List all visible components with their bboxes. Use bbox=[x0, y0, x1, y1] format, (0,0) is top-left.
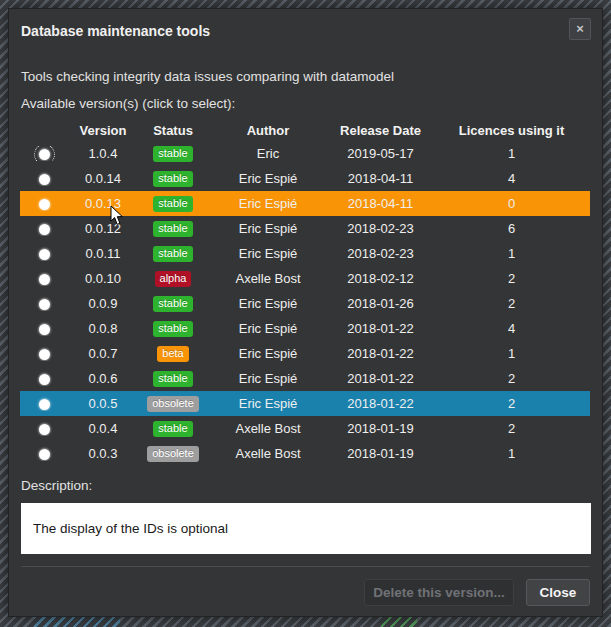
status-badge: stable bbox=[153, 371, 192, 387]
versions-label: Available version(s) (click to select): bbox=[21, 96, 235, 111]
version-cell: 0.0.10 bbox=[68, 271, 138, 286]
header-licences: Licences using it bbox=[433, 123, 590, 138]
licences-cell: 2 bbox=[433, 371, 590, 386]
licences-cell: 4 bbox=[433, 321, 590, 336]
table-row[interactable]: 0.0.14 stable Eric Espié 2018-04-11 4 bbox=[20, 166, 590, 191]
table-row[interactable]: 0.0.10 alpha Axelle Bost 2018-02-12 2 bbox=[20, 266, 590, 291]
release-date-cell: 2018-02-12 bbox=[328, 271, 433, 286]
header-version: Version bbox=[68, 123, 138, 138]
version-radio[interactable] bbox=[39, 324, 50, 335]
licences-cell: 4 bbox=[433, 171, 590, 186]
description-label: Description: bbox=[21, 478, 92, 493]
version-cell: 0.0.9 bbox=[68, 296, 138, 311]
version-radio[interactable] bbox=[39, 349, 50, 360]
footer-divider bbox=[21, 566, 590, 567]
status-badge: stable bbox=[153, 196, 192, 212]
version-radio[interactable] bbox=[39, 449, 50, 460]
release-date-cell: 2018-01-22 bbox=[328, 321, 433, 336]
licences-cell: 1 bbox=[433, 346, 590, 361]
release-date-cell: 2018-01-22 bbox=[328, 346, 433, 361]
header-status: Status bbox=[138, 123, 208, 138]
status-badge: stable bbox=[153, 296, 192, 312]
version-radio[interactable] bbox=[39, 399, 50, 410]
version-radio[interactable] bbox=[39, 299, 50, 310]
author-cell: Eric Espié bbox=[208, 246, 328, 261]
version-cell: 0.0.11 bbox=[68, 246, 138, 261]
table-row[interactable]: 0.0.11 stable Eric Espié 2018-02-23 1 bbox=[20, 241, 590, 266]
release-date-cell: 2018-04-11 bbox=[328, 196, 433, 211]
status-badge: stable bbox=[153, 421, 192, 437]
table-row[interactable]: 0.0.7 beta Eric Espié 2018-01-22 1 bbox=[20, 341, 590, 366]
status-badge: obsolete bbox=[147, 446, 199, 462]
table-row[interactable]: 0.0.8 stable Eric Espié 2018-01-22 4 bbox=[20, 316, 590, 341]
version-radio[interactable] bbox=[39, 424, 50, 435]
version-cell: 0.0.4 bbox=[68, 421, 138, 436]
status-badge: stable bbox=[153, 171, 192, 187]
release-date-cell: 2018-01-26 bbox=[328, 296, 433, 311]
table-row[interactable]: 0.0.13 stable Eric Espié 2018-04-11 0 bbox=[20, 191, 590, 216]
release-date-cell: 2018-01-22 bbox=[328, 396, 433, 411]
version-cell: 0.0.12 bbox=[68, 221, 138, 236]
release-date-cell: 2018-01-19 bbox=[328, 446, 433, 461]
close-button[interactable]: Close bbox=[526, 579, 590, 606]
licences-cell: 2 bbox=[433, 396, 590, 411]
table-header-row: Version Status Author Release Date Licen… bbox=[20, 119, 590, 141]
version-cell: 1.0.4 bbox=[68, 146, 138, 161]
version-radio[interactable] bbox=[39, 274, 50, 285]
version-cell: 0.0.7 bbox=[68, 346, 138, 361]
author-cell: Eric Espié bbox=[208, 321, 328, 336]
table-row[interactable]: 0.0.5 obsolete Eric Espié 2018-01-22 2 bbox=[20, 391, 590, 416]
author-cell: Axelle Bost bbox=[208, 446, 328, 461]
table-row[interactable]: 0.0.9 stable Eric Espié 2018-01-26 2 bbox=[20, 291, 590, 316]
intro-text: Tools checking integrity data issues com… bbox=[21, 69, 394, 84]
status-badge: obsolete bbox=[147, 396, 199, 412]
licences-cell: 6 bbox=[433, 221, 590, 236]
version-table: Version Status Author Release Date Licen… bbox=[20, 119, 590, 466]
version-table-body: 1.0.4 stable Eric 2019-05-17 1 0.0.14 st… bbox=[20, 141, 590, 466]
table-row[interactable]: 0.0.4 stable Axelle Bost 2018-01-19 2 bbox=[20, 416, 590, 441]
author-cell: Eric bbox=[208, 146, 328, 161]
licences-cell: 1 bbox=[433, 446, 590, 461]
version-cell: 0.0.3 bbox=[68, 446, 138, 461]
licences-cell: 2 bbox=[433, 271, 590, 286]
release-date-cell: 2018-01-22 bbox=[328, 371, 433, 386]
description-box: The display of the IDs is optional bbox=[21, 503, 591, 554]
licences-cell: 2 bbox=[433, 296, 590, 311]
version-cell: 0.0.14 bbox=[68, 171, 138, 186]
author-cell: Eric Espié bbox=[208, 196, 328, 211]
table-row[interactable]: 0.0.12 stable Eric Espié 2018-02-23 6 bbox=[20, 216, 590, 241]
table-row[interactable]: 1.0.4 stable Eric 2019-05-17 1 bbox=[20, 141, 590, 166]
version-radio[interactable] bbox=[39, 199, 50, 210]
status-badge: alpha bbox=[155, 271, 192, 287]
status-badge: stable bbox=[153, 246, 192, 262]
version-radio[interactable] bbox=[39, 249, 50, 260]
version-cell: 0.0.5 bbox=[68, 396, 138, 411]
status-badge: stable bbox=[153, 221, 192, 237]
author-cell: Eric Espié bbox=[208, 221, 328, 236]
close-icon[interactable]: × bbox=[569, 18, 591, 40]
release-date-cell: 2018-01-19 bbox=[328, 421, 433, 436]
version-radio[interactable] bbox=[39, 149, 50, 160]
author-cell: Eric Espié bbox=[208, 371, 328, 386]
delete-version-button[interactable]: Delete this version... bbox=[364, 579, 514, 606]
version-radio[interactable] bbox=[39, 374, 50, 385]
header-release-date: Release Date bbox=[328, 123, 433, 138]
status-badge: beta bbox=[157, 346, 188, 362]
version-radio[interactable] bbox=[39, 174, 50, 185]
author-cell: Eric Espié bbox=[208, 296, 328, 311]
version-cell: 0.0.6 bbox=[68, 371, 138, 386]
table-row[interactable]: 0.0.6 stable Eric Espié 2018-01-22 2 bbox=[20, 366, 590, 391]
status-badge: stable bbox=[153, 321, 192, 337]
status-badge: stable bbox=[153, 146, 192, 162]
table-row[interactable]: 0.0.3 obsolete Axelle Bost 2018-01-19 1 bbox=[20, 441, 590, 466]
licences-cell: 0 bbox=[433, 196, 590, 211]
author-cell: Axelle Bost bbox=[208, 421, 328, 436]
database-maintenance-dialog: Database maintenance tools × Tools check… bbox=[8, 8, 603, 617]
version-cell: 0.0.13 bbox=[68, 196, 138, 211]
version-radio[interactable] bbox=[39, 224, 50, 235]
author-cell: Eric Espié bbox=[208, 346, 328, 361]
version-cell: 0.0.8 bbox=[68, 321, 138, 336]
licences-cell: 1 bbox=[433, 246, 590, 261]
header-author: Author bbox=[208, 123, 328, 138]
licences-cell: 2 bbox=[433, 421, 590, 436]
